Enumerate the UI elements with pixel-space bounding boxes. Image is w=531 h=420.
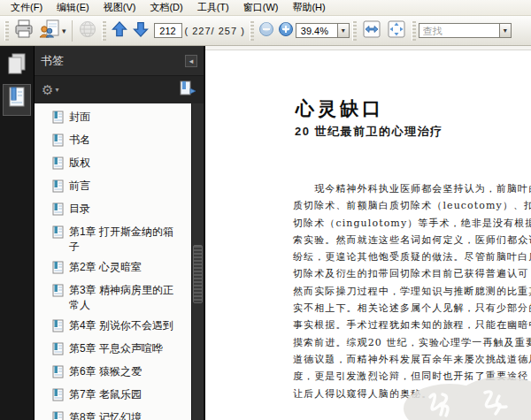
bookmark-item[interactable]: 第1章 打开斯金纳的箱子 (50, 223, 177, 256)
bookmark-label: 第3章 精神病房里的正常人 (69, 283, 173, 313)
bookmark-scrollbar[interactable] (191, 103, 204, 420)
bookmarks-panel-button[interactable] (3, 84, 31, 116)
goto-bookmark-icon (179, 84, 196, 99)
document-area[interactable]: 心灵缺口 20 世纪最前卫的心理治疗 现今精神外科执业医师都会坚持认为，前脑叶白… (205, 46, 531, 420)
bookmark-row: 第2章 心灵暗室 (50, 258, 191, 279)
bookmark-label: 目录 (69, 202, 90, 217)
find-box: ▾ (419, 23, 512, 38)
bookmark-item[interactable]: 第4章 别说你不会遇到 (50, 317, 177, 338)
nav-strip (0, 46, 34, 420)
globe-icon (78, 19, 97, 42)
toolbar-separator (72, 20, 73, 42)
menu-item[interactable]: 窗口(W) (236, 0, 286, 16)
bookmark-item[interactable]: 封面 (50, 108, 94, 129)
chapter-subtitle: 20 世纪最前卫的心理治疗 (295, 124, 443, 140)
fit-width-button[interactable] (359, 19, 384, 43)
body-text-line: 现今精神外科执业医师都会坚持认为，前脑叶白 (293, 180, 531, 197)
chevron-down-icon: ▾ (342, 27, 345, 34)
zoom-level-value[interactable]: 39.4% (296, 23, 338, 38)
bookmark-row: 第5章 平息众声喧哗 (50, 340, 191, 361)
toolbar-grip[interactable] (412, 21, 416, 41)
bookmark-item[interactable]: 第6章 猿猴之爱 (50, 363, 145, 384)
zoom-out-icon (258, 21, 274, 41)
bookmark-item[interactable]: 前言 (50, 177, 94, 198)
panel-toolbar: ⚙ ▾ (35, 76, 204, 103)
bookmarks-icon (6, 86, 27, 114)
pages-panel-button[interactable] (3, 50, 31, 82)
bookmark-item[interactable]: 第5章 平息众声喧哗 (50, 340, 166, 361)
zoom-dropdown-button[interactable]: ▾ (338, 23, 350, 38)
navigation-sidebar: 书签 ◂ ⚙ ▾ (0, 46, 205, 420)
bookmark-row: 第1章 打开斯金纳的箱子 (50, 223, 191, 256)
toolbar-grip[interactable] (250, 21, 254, 41)
bookmark-label: 封面 (69, 110, 90, 125)
bookmark-label: 第5章 平息众声喧哗 (69, 341, 163, 356)
bookmark-row: 版权 (50, 154, 191, 175)
bookmark-page-icon (52, 388, 64, 405)
bookmark-item[interactable]: 书名 (50, 131, 94, 152)
web-button (76, 19, 99, 43)
bookmark-page-icon (52, 134, 64, 150)
chevron-down-icon: ▾ (504, 27, 507, 34)
toolbar-grip[interactable] (4, 21, 9, 41)
page-number-input[interactable] (154, 23, 182, 38)
bookmarks-panel: 书签 ◂ ⚙ ▾ (34, 46, 204, 420)
body-text-line: 切除术及衍生的扣带回切除术目前已获得普遍认可， (293, 265, 531, 282)
body-text-line: 纷纭，更遑论其他饱受质疑的做法。尽管前脑叶白质 (293, 248, 531, 265)
bookmark-item[interactable]: 第7章 老鼠乐园 (50, 386, 145, 407)
next-page-button[interactable] (130, 19, 151, 43)
toolbar-grip[interactable] (352, 21, 357, 41)
body-text-line: 切除术（cingulotomy）等手术，绝非是没有根据的摸 (293, 215, 531, 232)
bookmark-item[interactable]: 版权 (50, 154, 94, 175)
panel-header: 书签 ◂ (35, 46, 204, 76)
fit-page-button[interactable] (384, 19, 409, 43)
bookmark-page-icon (52, 111, 64, 127)
goto-bookmark-button[interactable] (179, 80, 196, 100)
collaborate-caret-icon: ▾ (62, 27, 66, 35)
arrow-down-icon (132, 20, 150, 42)
body-text-line: 质切除术、前额脑白质切除术（leucotomy）、扣带回 (293, 197, 531, 214)
bookmark-row: 第6章 猿猴之爱 (50, 363, 191, 384)
bookmark-page-icon (52, 319, 64, 336)
find-dropdown-button[interactable]: ▾ (500, 23, 512, 38)
menu-item[interactable]: 工具(T) (190, 0, 236, 16)
bookmark-page-icon (52, 342, 64, 359)
print-icon (13, 19, 35, 42)
bookmark-label: 第1章 打开斯金纳的箱子 (69, 225, 173, 255)
menu-item[interactable]: 帮助(H) (285, 0, 332, 16)
collapse-panel-button[interactable]: ◂ (185, 55, 197, 67)
collaborate-icon (38, 19, 61, 43)
bookmark-label: 前言 (69, 179, 90, 194)
zoom-out-button[interactable] (257, 19, 276, 43)
bookmark-list: 封面 (35, 103, 191, 420)
bookmark-row: 前言 (50, 177, 191, 198)
toolbar-grip[interactable] (102, 21, 106, 41)
bookmark-label: 第4章 别说你不会遇到 (69, 318, 173, 333)
previous-page-button[interactable] (109, 19, 130, 43)
find-input[interactable] (419, 23, 500, 38)
menu-item[interactable]: 文件(F) (4, 0, 50, 16)
menu-item[interactable]: 文档(D) (142, 0, 189, 16)
menu-item[interactable]: 编辑(E) (50, 0, 96, 16)
bookmark-page-icon (52, 284, 64, 301)
bookmark-label: 第7章 老鼠乐园 (69, 387, 142, 402)
bookmark-item[interactable]: 目录 (50, 200, 94, 221)
bookmark-item[interactable]: 第2章 心灵暗室 (50, 258, 145, 279)
print-button[interactable] (12, 19, 36, 43)
bookmark-row: 第7章 老鼠乐园 (50, 386, 191, 407)
bookmark-row: 第3章 精神病房里的正常人 (50, 281, 191, 315)
bookmark-label: 第8章 记忆幻境 (69, 410, 142, 420)
fit-width-icon (361, 19, 382, 42)
options-button[interactable]: ⚙ ▾ (42, 83, 58, 96)
bookmark-item[interactable]: 第8章 记忆幻境 (50, 409, 145, 420)
bookmark-page-icon (52, 365, 64, 382)
bookmark-page-icon (52, 225, 64, 242)
bookmark-item[interactable]: 第3章 精神病房里的正常人 (50, 281, 177, 315)
body-text-line: 实不相上下。相关论述多属个人见解，只有少部分的 (293, 300, 531, 317)
scrollbar-thumb[interactable] (193, 245, 203, 303)
body-text-line: 然而实际操刀过程中，学理知识与推断臆测的比重其 (293, 283, 531, 300)
zoom-in-button[interactable] (276, 19, 296, 43)
menu-item[interactable]: 视图(V) (96, 0, 143, 16)
collaborate-button[interactable]: ▾ (36, 19, 68, 43)
pdf-reader-window: 文件(F) 编辑(E) 视图(V) 文档(D) 工具(T) 窗口(W) 帮助(H… (0, 0, 531, 420)
